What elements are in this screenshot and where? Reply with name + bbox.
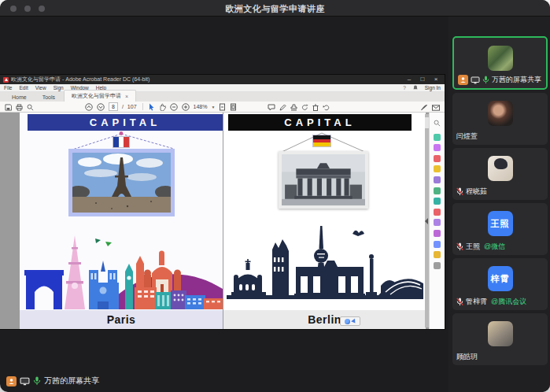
- acrobat-title: 欧洲文化与留学申请 - Adobe Acrobat Reader DC (64-…: [11, 76, 401, 83]
- participant-tile-sharer[interactable]: 万茜的屏幕共享: [452, 36, 548, 90]
- tool-comment-icon[interactable]: [434, 165, 441, 172]
- participant-name: 管梓霄: [466, 297, 487, 307]
- tool-send-for-comments-icon[interactable]: [434, 241, 441, 248]
- france-flag: [113, 137, 129, 147]
- mic-muted-icon: [456, 187, 463, 196]
- slide-berlin: CAPITAL: [223, 113, 426, 329]
- pencil-icon[interactable]: [279, 100, 286, 114]
- undo-icon[interactable]: [323, 100, 330, 114]
- tool-combine-files-icon[interactable]: [434, 176, 441, 183]
- berlin-skyline-silhouette: [223, 223, 426, 309]
- avatar: 王照: [488, 211, 513, 236]
- menu-file[interactable]: File: [4, 85, 12, 91]
- participant-tile[interactable]: 顾皓玥: [452, 313, 548, 365]
- paris-skyline-illustration: [20, 224, 223, 310]
- page-total: 107: [127, 104, 137, 109]
- tool-compress-pdf-icon[interactable]: [434, 198, 441, 205]
- zoom-in-icon[interactable]: [182, 100, 190, 114]
- window-titlebar: 欧洲文化与留学申请讲座: [0, 0, 550, 17]
- acrobat-maximize-button[interactable]: □: [417, 75, 428, 84]
- acrobat-close-button[interactable]: ×: [430, 75, 441, 84]
- panel-collapse-arrow-icon[interactable]: [425, 218, 428, 224]
- shared-acrobat-window: 欧洲文化与留学申请 - Adobe Acrobat Reader DC (64-…: [0, 75, 445, 329]
- tool-organize-pages-icon[interactable]: [434, 187, 441, 194]
- tool-search-icon[interactable]: [434, 116, 441, 130]
- print-icon[interactable]: [16, 100, 23, 114]
- stamp-icon[interactable]: [290, 100, 297, 114]
- participant-tile[interactable]: 梓霄 管梓霄 @腾讯会议: [452, 258, 548, 310]
- comment-icon[interactable]: [268, 100, 275, 114]
- search-icon[interactable]: [27, 100, 34, 114]
- host-badge-icon: [6, 376, 17, 386]
- avatar: [488, 101, 513, 126]
- city-name-berlin: Berlin: [308, 313, 341, 326]
- menu-edit[interactable]: Edit: [19, 85, 28, 91]
- acrobat-minimize-button[interactable]: –: [404, 75, 415, 84]
- acrobat-toolbar: 8 / 107 148% ▼: [0, 102, 445, 113]
- participant-tile[interactable]: 王照 王照 @微信: [452, 203, 548, 255]
- host-badge-icon: [458, 75, 468, 85]
- acrobat-tools-panel: [429, 113, 445, 329]
- mic-muted-icon: [456, 298, 463, 306]
- previous-page-icon[interactable]: [85, 100, 93, 114]
- envelope-icon[interactable]: [432, 100, 440, 114]
- meeting-window: 欧洲文化与留学申请讲座 万茜的屏幕共享 闫煜萱: [0, 0, 550, 392]
- tool-fill-and-sign-icon[interactable]: [434, 230, 441, 237]
- city-name-paris: Paris: [107, 313, 136, 326]
- tool-create-pdf-icon[interactable]: [434, 144, 441, 151]
- next-page-icon[interactable]: [97, 100, 105, 114]
- trash-icon[interactable]: [312, 100, 319, 114]
- capital-header-paris: CAPITAL: [28, 114, 223, 131]
- share-status-label: 万茜的屏幕共享: [44, 375, 99, 386]
- page-separator: /: [122, 104, 124, 109]
- mic-on-icon: [482, 76, 489, 84]
- participant-name: 闫煜萱: [456, 131, 478, 142]
- help-question-icon[interactable]: ?: [403, 85, 406, 91]
- zoom-dropdown-caret-icon[interactable]: ▼: [211, 105, 215, 109]
- rotate-icon[interactable]: [301, 100, 308, 114]
- tab-close-icon[interactable]: ×: [125, 94, 128, 99]
- tool-stamp-icon[interactable]: [434, 251, 441, 258]
- share-status-bar: 万茜的屏幕共享: [6, 375, 99, 386]
- participant-name: 顾皓玥: [456, 352, 478, 362]
- tool-measure-icon[interactable]: [434, 262, 441, 269]
- tool-redact-icon[interactable]: [434, 209, 441, 216]
- participant-tile[interactable]: 程晓茹: [452, 148, 548, 200]
- fit-page-icon[interactable]: [230, 100, 237, 114]
- avatar: 梓霄: [488, 266, 513, 291]
- participant-source: @腾讯会议: [491, 297, 526, 307]
- avatar: [488, 46, 513, 71]
- participant-source: @微信: [484, 242, 505, 252]
- acrobat-titlebar: 欧洲文化与留学申请 - Adobe Acrobat Reader DC (64-…: [0, 75, 445, 84]
- menu-view[interactable]: View: [35, 85, 46, 91]
- select-cursor-icon[interactable]: [149, 100, 155, 114]
- avatar: [488, 156, 513, 181]
- save-icon[interactable]: [5, 100, 12, 114]
- tab-document-label: 欧洲文化与留学申请: [72, 92, 121, 100]
- hand-tool-icon[interactable]: [159, 100, 166, 114]
- fit-width-icon[interactable]: [219, 100, 226, 114]
- pdf-document-area[interactable]: CAPITAL: [0, 113, 429, 329]
- tab-tools[interactable]: Tools: [35, 93, 62, 102]
- city-label-strip: Paris: [20, 310, 223, 329]
- page-number-input[interactable]: 8: [109, 102, 118, 111]
- participant-name: 程晓茹: [466, 187, 487, 197]
- sign-in-button[interactable]: Sign In: [425, 85, 441, 91]
- tool-export-pdf-icon[interactable]: [434, 134, 441, 141]
- avatar: [488, 321, 513, 346]
- participants-sidebar: 万茜的屏幕共享 闫煜萱 程晓茹 王照: [448, 17, 550, 392]
- tool-edit-pdf-icon[interactable]: [434, 155, 441, 162]
- menu-sign[interactable]: Sign: [54, 85, 64, 91]
- zoom-out-icon[interactable]: [170, 100, 178, 114]
- screen-share-icon: [20, 377, 30, 386]
- notifications-bell-icon[interactable]: [413, 85, 418, 91]
- signature-pen-icon[interactable]: [420, 100, 428, 114]
- zoom-level-value[interactable]: 148%: [194, 104, 208, 109]
- germany-flag: [313, 135, 330, 146]
- city-label-strip: Berlin: [223, 310, 426, 329]
- globe-icon: [345, 319, 350, 324]
- participant-tile[interactable]: 闫煜萱: [452, 93, 548, 145]
- annotation-widget[interactable]: [340, 316, 360, 326]
- capital-title: CAPITAL: [90, 116, 161, 128]
- tool-protect-icon[interactable]: [434, 219, 441, 226]
